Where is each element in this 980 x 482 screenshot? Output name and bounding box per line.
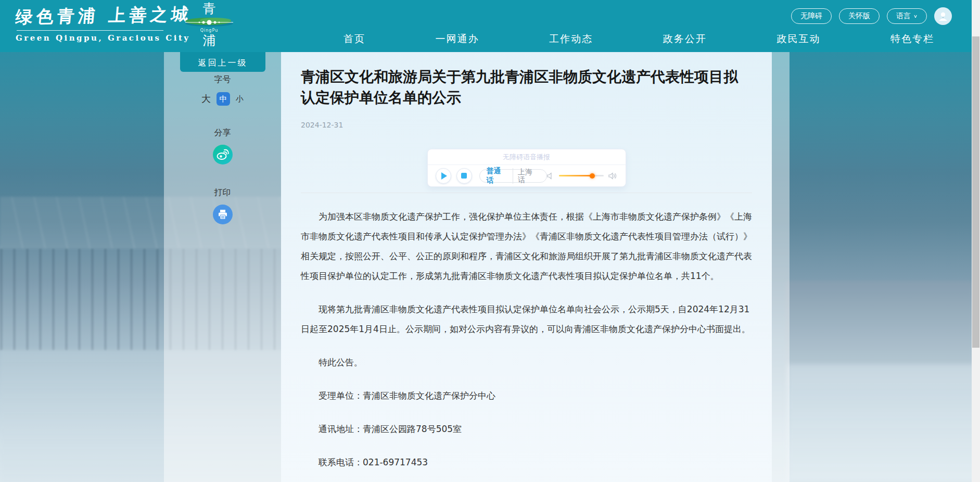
share-label: 分享 (164, 128, 281, 138)
article-panel: 青浦区文化和旅游局关于第九批青浦区非物质文化遗产代表性项目拟认定保护单位名单的公… (281, 52, 772, 482)
volume-control (547, 172, 618, 180)
play-button[interactable] (436, 168, 451, 184)
font-size-large-button[interactable]: 大 (201, 93, 211, 105)
article-date: 2024-12-31 (301, 121, 752, 129)
stop-button[interactable] (456, 168, 472, 184)
font-size-label: 字号 (164, 74, 281, 85)
article-paragraph: 联系电话：021-69717453 (301, 452, 752, 472)
nav-item-disclosure[interactable]: 政务公开 (663, 32, 707, 46)
main-nav: 首页 一网通办 工作动态 政务公开 政民互动 特色专栏 (343, 32, 934, 46)
care-version-button[interactable]: 关怀版 (839, 8, 880, 24)
font-size-controls: 大 中 小 (164, 92, 281, 106)
lang-mandarin-button[interactable]: 普通话 (480, 167, 513, 185)
background-ground-right (787, 364, 980, 482)
volume-mute-icon (547, 172, 554, 180)
site-header: 绿色青浦 上善之城 Green Qingpu, Gracious City 青 … (0, 0, 972, 52)
brand-slogan-en: Green Qingpu, Gracious City (16, 33, 192, 43)
avatar-button[interactable] (934, 7, 952, 25)
language-toggle: 普通话 上海话 (479, 169, 547, 183)
printer-icon (218, 209, 228, 220)
brand-divider (17, 30, 163, 31)
article-paragraph: 现将第九批青浦区非物质文化遗产代表性项目拟认定保护单位名单向社会公示，公示期5天… (301, 299, 752, 339)
scrollbar[interactable] (972, 0, 980, 482)
volume-loud-icon (608, 172, 618, 180)
logo-char-top: 青 (183, 2, 235, 15)
content-wrapper: 返回上一级 字号 大 中 小 分享 打印 (164, 52, 790, 482)
volume-slider[interactable] (559, 175, 604, 176)
header-actions: 无障碍 关怀版 语言 ∨ (791, 7, 952, 25)
audio-player: 无障碍语音播报 普通话 上海话 (427, 149, 626, 187)
scrollbar-thumb[interactable] (972, 36, 979, 348)
nav-item-interaction[interactable]: 政民互动 (777, 32, 820, 46)
chevron-down-icon: ∨ (913, 14, 918, 19)
nav-item-services[interactable]: 一网通办 (436, 32, 479, 46)
play-icon (441, 172, 447, 180)
volume-fill (559, 175, 593, 176)
font-size-small-button[interactable]: 小 (236, 94, 244, 104)
article-paragraph: 受理单位：青浦区非物质文化遗产保护分中心 (301, 386, 752, 405)
logo-subtext: QingPu (183, 29, 235, 33)
language-label: 语言 (896, 11, 911, 21)
font-size-medium-button[interactable]: 中 (217, 92, 230, 106)
person-icon (937, 10, 949, 22)
article-paragraph: 通讯地址：青浦区公园路78号505室 (301, 419, 752, 439)
qingpu-logo: 青 QingPu 浦 (183, 2, 235, 47)
logo-island-icon (184, 17, 234, 28)
article-paragraph: 特此公告。 (301, 352, 752, 372)
article-paragraph: 为加强本区非物质文化遗产保护工作，强化保护单位主体责任，根据《上海市非物质文化遗… (301, 207, 752, 286)
audio-player-title: 无障碍语音播报 (428, 149, 626, 165)
accessibility-label: 无障碍 (800, 11, 822, 21)
logo-char-bottom: 浦 (183, 34, 235, 47)
lang-shanghainese-button[interactable]: 上海话 (513, 168, 546, 184)
article-divider (301, 193, 752, 193)
volume-handle[interactable] (590, 173, 595, 179)
language-button[interactable]: 语言 ∨ (887, 8, 927, 24)
print-label: 打印 (164, 187, 281, 198)
audio-player-controls: 普通话 上海话 (428, 165, 626, 186)
nav-item-news[interactable]: 工作动态 (549, 32, 593, 46)
stop-icon (461, 173, 467, 179)
care-version-label: 关怀版 (848, 11, 870, 21)
nav-item-home[interactable]: 首页 (343, 32, 365, 46)
weibo-share-button[interactable] (213, 145, 233, 164)
accessibility-button[interactable]: 无障碍 (791, 8, 832, 24)
article-title: 青浦区文化和旅游局关于第九批青浦区非物质文化遗产代表性项目拟认定保护单位名单的公… (301, 67, 752, 108)
article-body: 为加强本区非物质文化遗产保护工作，强化保护单位主体责任，根据《上海市非物质文化遗… (301, 207, 752, 482)
brand: 绿色青浦 上善之城 Green Qingpu, Gracious City (16, 4, 192, 43)
nav-item-features[interactable]: 特色专栏 (890, 32, 934, 46)
brand-slogan-cn: 绿色青浦 上善之城 (15, 3, 193, 29)
print-button[interactable] (213, 205, 233, 224)
weibo-icon (217, 149, 229, 160)
sidebar: 返回上一级 字号 大 中 小 分享 打印 (164, 52, 281, 482)
